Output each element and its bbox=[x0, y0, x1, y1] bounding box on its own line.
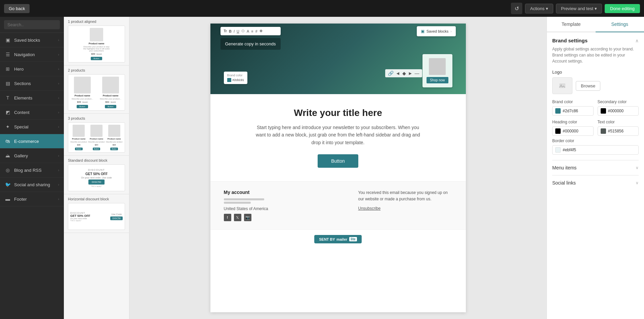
done-editing-button[interactable]: Done editing bbox=[605, 4, 640, 13]
preview-button[interactable]: Preview and test ▾ bbox=[556, 4, 602, 13]
brand-color-swatch bbox=[555, 108, 561, 114]
canvas-footer: My account United States of America f 𝕏 … bbox=[210, 181, 466, 229]
generate-copy-card: Generate copy in seconds bbox=[220, 38, 281, 50]
block-label-horizontal-discount: Horizontal discount block bbox=[68, 197, 125, 201]
block-item-horizontal-discount[interactable]: Horizontal discount block DISCOUNT GET 5… bbox=[64, 194, 129, 233]
block-label-3-products: 3 products bbox=[68, 116, 125, 120]
topbar: Go back ↺ Actions ▾ Preview and test ▾ D… bbox=[0, 0, 644, 17]
canvas-button[interactable]: Button bbox=[318, 154, 358, 168]
sidebar-item-navigation[interactable]: ☰ Navigation › bbox=[0, 47, 64, 62]
toolbar-format-icon: ≡ bbox=[251, 29, 253, 33]
saved-blocks-icon: ▣ bbox=[5, 37, 11, 43]
sidebar-item-special[interactable]: ✦ Special › bbox=[0, 120, 64, 134]
accordion-social-links: Social links ∨ bbox=[552, 175, 639, 190]
block-thumbnail-2-products: Product name Describe your product... $9… bbox=[68, 74, 125, 111]
text-color-label: Text color bbox=[598, 120, 639, 124]
right-tabs: Template Settings bbox=[547, 17, 644, 32]
social-links-title: Social links bbox=[552, 180, 576, 186]
sidebar-label-special: Special bbox=[14, 124, 29, 129]
block-thumbnail-horizontal-discount: DISCOUNT GET 50% OFF On your next order … bbox=[68, 203, 125, 230]
sidebar-label-content: Content bbox=[14, 110, 30, 115]
sidebar-label-navigation: Navigation bbox=[14, 52, 35, 57]
block-panel: 1 product aligned Product name Describe … bbox=[64, 17, 129, 319]
chevron-icon: › bbox=[58, 82, 59, 85]
border-color-swatch-row[interactable]: #ebf4f5 bbox=[552, 145, 639, 155]
brand-color-value: #2d7c86 bbox=[563, 109, 578, 113]
block-item-2-products[interactable]: 2 products Product name Describe your pr… bbox=[64, 66, 129, 114]
search-input[interactable] bbox=[4, 20, 60, 29]
history-button[interactable]: ↺ bbox=[511, 3, 522, 14]
block-item-1-product[interactable]: 1 product aligned Product name Describe … bbox=[64, 17, 129, 66]
edit-link-icon: 🔗 bbox=[388, 71, 394, 76]
footer-address-bar bbox=[224, 198, 264, 200]
edit-center-icon: ◆ bbox=[402, 71, 406, 76]
footer-address-bar2 bbox=[224, 202, 251, 204]
left-sidebar: ▣ Saved blocks › ☰ Navigation › ⊞ Hero ›… bbox=[0, 17, 64, 319]
unsubscribe-link[interactable]: Unsubscribe bbox=[358, 205, 452, 212]
menu-items-title: Menu items bbox=[552, 165, 576, 170]
mailerlite-logo: SENT BY mailer lite bbox=[314, 235, 362, 243]
brand-color-swatch-row[interactable]: #2d7c86 bbox=[552, 106, 594, 116]
block-item-standard-discount[interactable]: Standard discount block DISCOUNT GET 50%… bbox=[64, 156, 129, 194]
logo-row: Browse bbox=[552, 77, 639, 94]
sidebar-label-hero: Hero bbox=[14, 67, 24, 72]
preview-label: Preview and test bbox=[561, 6, 593, 11]
chevron-icon: › bbox=[58, 154, 59, 158]
sidebar-item-ecommerce[interactable]: 🛍 E-commerce › bbox=[0, 134, 64, 149]
brand-settings-title: Brand settings bbox=[552, 38, 588, 43]
sidebar-item-social[interactable]: 🐦 Social and sharing › bbox=[0, 177, 64, 192]
toolbar-hash-icon: # bbox=[255, 29, 257, 33]
preview-chevron-icon: ▾ bbox=[595, 6, 597, 11]
chevron-icon: › bbox=[58, 96, 59, 100]
logo-label: Logo bbox=[552, 70, 639, 75]
browse-button[interactable]: Browse bbox=[576, 81, 600, 91]
text-color-swatch-row[interactable]: #515856 bbox=[598, 126, 639, 136]
sidebar-label-gallery: Gallery bbox=[14, 153, 28, 158]
canvas-body: Write your title here Start typing here … bbox=[210, 94, 466, 181]
sidebar-label-ecommerce: E-commerce bbox=[14, 139, 39, 144]
brand-settings-header: Brand settings ∧ bbox=[552, 38, 639, 43]
accordion-menu-items-header[interactable]: Menu items ∨ bbox=[552, 165, 639, 170]
heading-color-item: Heading color #000000 bbox=[552, 120, 594, 136]
tab-template[interactable]: Template bbox=[547, 17, 596, 32]
block-thumbnail-standard-discount: DISCOUNT GET 50% OFF On your next order.… bbox=[68, 164, 125, 191]
sent-by-label: SENT BY bbox=[319, 237, 335, 241]
chevron-icon: › bbox=[58, 125, 59, 129]
heading-color-label: Heading color bbox=[552, 120, 594, 124]
email-canvas: Tr B I U ⚇ A ≡ # ✥ Generate copy in seco… bbox=[210, 24, 466, 312]
sidebar-item-hero[interactable]: ⊞ Hero › bbox=[0, 62, 64, 76]
text-color-swatch bbox=[601, 128, 606, 134]
saved-blocks-card: ▣ Saved blocks › bbox=[417, 26, 456, 36]
mailer-label: mailer bbox=[336, 237, 347, 241]
heading-color-swatch-row[interactable]: #000000 bbox=[552, 126, 594, 136]
secondary-color-value: #000000 bbox=[608, 109, 624, 113]
shop-now-button: Shop now bbox=[427, 77, 448, 83]
edit-align-left-icon: ◄ bbox=[396, 71, 400, 76]
sidebar-item-elements[interactable]: T Elements › bbox=[0, 91, 64, 105]
actions-button[interactable]: Actions ▾ bbox=[525, 4, 553, 13]
secondary-color-swatch-row[interactable]: #000000 bbox=[598, 106, 639, 116]
block-item-3-products[interactable]: 3 products Product name Describe your pr… bbox=[64, 114, 129, 156]
sidebar-item-footer[interactable]: ▬ Footer › bbox=[0, 192, 64, 206]
elements-icon: T bbox=[5, 95, 11, 101]
collapse-icon[interactable]: ∧ bbox=[635, 38, 639, 43]
right-panel: Template Settings Brand settings ∧ Apply… bbox=[547, 17, 644, 319]
sidebar-item-gallery[interactable]: ⛰ Gallery › bbox=[0, 149, 64, 163]
twitter-icon: 𝕏 bbox=[234, 214, 241, 221]
secondary-color-swatch bbox=[601, 108, 606, 114]
accordion-social-links-header[interactable]: Social links ∨ bbox=[552, 180, 639, 186]
canvas-mailerlite-badge: SENT BY mailer lite bbox=[210, 229, 466, 249]
edit-delete-icon: — bbox=[415, 71, 419, 76]
footer-left: My account United States of America f 𝕏 … bbox=[224, 190, 268, 221]
sidebar-item-content[interactable]: ◩ Content › bbox=[0, 105, 64, 120]
block-label-standard-discount: Standard discount block bbox=[68, 158, 125, 162]
sidebar-item-saved-blocks[interactable]: ▣ Saved blocks › bbox=[0, 33, 64, 47]
go-back-button[interactable]: Go back bbox=[4, 4, 30, 13]
sidebar-item-blog-rss[interactable]: ◎ Blog and RSS › bbox=[0, 163, 64, 177]
border-color-label: Border color bbox=[552, 138, 639, 143]
editor-toolbar: Tr B I U ⚇ A ≡ # ✥ bbox=[220, 27, 281, 35]
search-box bbox=[0, 17, 64, 33]
chevron-icon: › bbox=[58, 139, 59, 143]
sidebar-item-sections[interactable]: ▤ Sections › bbox=[0, 76, 64, 91]
tab-settings[interactable]: Settings bbox=[596, 17, 644, 32]
